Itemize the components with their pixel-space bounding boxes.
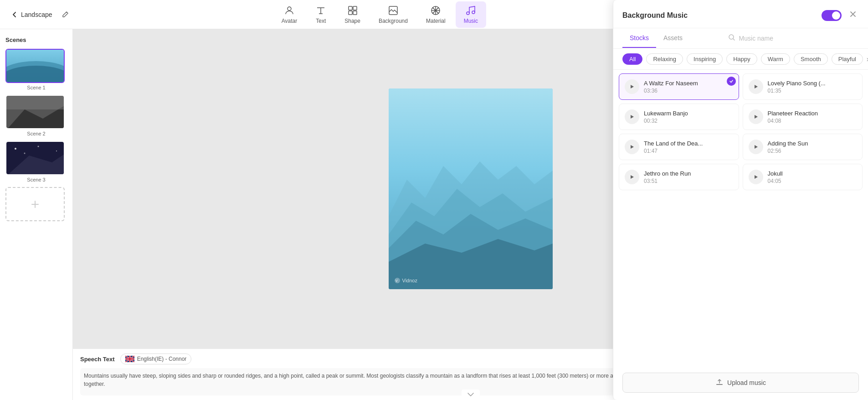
sidebar-item-scene-1[interactable]: Scene 1 (5, 49, 67, 90)
panel-tabs: Stocks Assets (613, 29, 719, 48)
add-scene-button[interactable] (5, 187, 65, 221)
tool-material-label: Material (426, 18, 446, 24)
music-duration-6: 02:56 (768, 148, 857, 154)
collapse-button[interactable] (462, 390, 480, 400)
avatar-icon (284, 5, 295, 16)
edit-button[interactable] (60, 9, 71, 20)
scene-3-preview (6, 142, 65, 175)
scene-3-label: Scene 3 (5, 177, 67, 182)
sidebar-item-scene-3[interactable]: Scene 3 (5, 141, 67, 182)
play-button-8[interactable] (749, 170, 763, 184)
music-panel: Background Music Stocks Assets (613, 0, 868, 400)
music-icon (465, 5, 476, 16)
scene-1-thumb[interactable] (5, 49, 65, 83)
material-icon (430, 5, 441, 16)
filter-warm[interactable]: Warm (761, 53, 790, 65)
svg-rect-3 (349, 11, 352, 15)
music-info-8: Jokull 04:05 (768, 170, 857, 184)
music-duration-5: 01:47 (644, 148, 733, 154)
play-button-7[interactable] (625, 170, 639, 184)
music-name-4: Planeteer Reaction (768, 110, 857, 117)
play-icon-8 (753, 174, 759, 180)
play-icon-1 (629, 84, 635, 89)
upload-icon (715, 379, 724, 387)
tab-stocks[interactable]: Stocks (622, 29, 656, 48)
filter-happy[interactable]: Happy (726, 53, 757, 65)
play-button-3[interactable] (625, 109, 639, 124)
tool-material[interactable]: Material (418, 1, 454, 28)
music-item-4[interactable]: Planeteer Reaction 04:08 (743, 104, 863, 130)
search-icon (728, 34, 735, 41)
music-name-7: Jethro on the Run (644, 170, 733, 177)
scene-1-label: Scene 1 (5, 85, 67, 90)
canvas: V Vidnoz (389, 88, 553, 289)
play-button-6[interactable] (749, 140, 763, 154)
music-item-3[interactable]: Lukewarm Banjo 00:32 (619, 104, 739, 130)
language-selector[interactable]: English(IE) - Connor (120, 353, 192, 364)
filter-playful[interactable]: Playful (832, 53, 863, 65)
speech-title: Speech Text (80, 356, 115, 363)
play-button-5[interactable] (625, 140, 639, 154)
music-name-2: Lovely Piano Song (... (768, 80, 857, 87)
back-button[interactable]: Landscape (7, 9, 56, 20)
music-item-8[interactable]: Jokull 04:05 (743, 164, 863, 190)
play-button-1[interactable] (625, 79, 639, 94)
search-input[interactable] (739, 35, 859, 42)
text-icon (315, 5, 326, 16)
upload-music-button[interactable]: Upload music (622, 373, 859, 393)
play-icon-3 (629, 114, 635, 119)
music-list: A Waltz For Naseem 03:36 Lovely Piano So… (613, 70, 868, 367)
svg-point-0 (288, 7, 291, 10)
check-icon-1 (729, 79, 734, 83)
music-duration-4: 04:08 (768, 118, 857, 124)
tool-text[interactable]: Text (307, 1, 334, 28)
tool-background-label: Background (379, 18, 408, 24)
canvas-mountains (389, 88, 553, 289)
music-toggle[interactable] (822, 10, 842, 21)
sidebar-item-scene-2[interactable]: Scene 2 (5, 95, 67, 136)
tab-assets[interactable]: Assets (656, 29, 690, 48)
panel-title: Background Music (622, 11, 816, 20)
filter-smooth[interactable]: Smooth (794, 53, 828, 65)
upload-area: Upload music (613, 367, 868, 400)
music-info-6: Adding the Sun 02:56 (768, 140, 857, 154)
vidnoz-logo: V (394, 277, 401, 284)
tool-music[interactable]: Music (456, 1, 486, 28)
svg-rect-4 (353, 11, 357, 15)
music-item-2[interactable]: Lovely Piano Song (... 01:35 (743, 73, 863, 100)
music-item-5[interactable]: The Land of the Dea... 01:47 (619, 134, 739, 160)
music-name-1: A Waltz For Naseem (644, 80, 733, 87)
background-icon (388, 5, 399, 16)
filter-chips: All Relaxing Inspiring Happy Warm Smooth… (613, 49, 868, 70)
tool-background[interactable]: Background (370, 1, 416, 28)
close-panel-button[interactable] (847, 8, 859, 22)
add-scene-item[interactable] (5, 187, 67, 221)
play-icon-5 (629, 144, 635, 150)
music-item-7[interactable]: Jethro on the Run 03:51 (619, 164, 739, 190)
shape-icon (347, 5, 358, 16)
svg-point-20 (56, 151, 57, 151)
music-name-5: The Land of the Dea... (644, 140, 733, 147)
scene-2-thumb[interactable] (5, 95, 65, 129)
filter-relaxing[interactable]: Relaxing (646, 53, 683, 65)
music-name-8: Jokull (768, 170, 857, 177)
play-icon-2 (753, 84, 759, 89)
scenes-title: Scenes (5, 36, 67, 43)
panel-header: Background Music (613, 0, 868, 28)
tool-avatar[interactable]: Avatar (273, 1, 305, 28)
toolbar-center: Avatar Text Shape Background (273, 1, 486, 28)
music-duration-7: 03:51 (644, 178, 733, 184)
play-button-2[interactable] (749, 79, 763, 94)
play-button-4[interactable] (749, 109, 763, 124)
music-duration-8: 04:05 (768, 178, 857, 184)
tool-shape[interactable]: Shape (336, 1, 369, 28)
language-label: English(IE) - Connor (137, 356, 187, 362)
music-item-6[interactable]: Adding the Sun 02:56 (743, 134, 863, 160)
scene-3-thumb[interactable] (5, 141, 65, 175)
filter-all[interactable]: All (622, 53, 642, 65)
filter-inspiring[interactable]: Inspiring (687, 53, 723, 65)
music-info-7: Jethro on the Run 03:51 (644, 170, 733, 184)
music-item-1[interactable]: A Waltz For Naseem 03:36 (619, 73, 739, 100)
music-info-5: The Land of the Dea... 01:47 (644, 140, 733, 154)
music-grid: A Waltz For Naseem 03:36 Lovely Piano So… (619, 73, 863, 190)
